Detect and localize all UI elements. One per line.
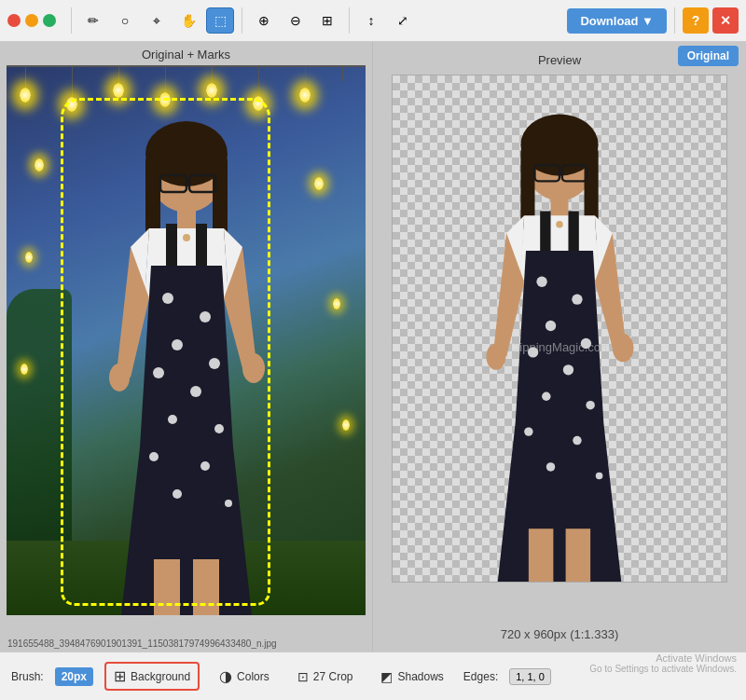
- shadows-icon: ◩: [380, 669, 393, 684]
- toolbar-divider-2: [242, 7, 242, 34]
- svg-point-10: [162, 293, 173, 304]
- colors-label: Colors: [237, 670, 269, 683]
- svg-point-11: [200, 311, 211, 323]
- select-tool-button[interactable]: ⬚: [206, 7, 234, 34]
- svg-point-39: [546, 321, 556, 331]
- crop-icon: ⊡: [297, 669, 309, 684]
- svg-rect-26: [193, 559, 219, 615]
- maximize-window-button[interactable]: [43, 14, 56, 27]
- zoom-in-button[interactable]: ⊕: [250, 7, 278, 34]
- svg-point-22: [242, 353, 265, 383]
- edges-label: Edges:: [463, 670, 498, 683]
- svg-point-50: [486, 343, 505, 369]
- zoom-out-icon: ⊖: [290, 13, 301, 28]
- resize-button[interactable]: ⤢: [389, 7, 417, 34]
- flip-vertical-button[interactable]: ↕: [357, 7, 385, 34]
- svg-rect-25: [154, 559, 180, 615]
- toolbar-divider-3: [349, 7, 350, 34]
- svg-point-46: [573, 436, 581, 445]
- pencil-tool-button[interactable]: ✏: [79, 7, 107, 34]
- svg-point-17: [214, 424, 224, 433]
- svg-rect-53: [566, 528, 591, 582]
- background-label: Background: [131, 670, 190, 683]
- svg-rect-35: [540, 212, 550, 255]
- original-toggle-button[interactable]: Original: [678, 46, 739, 66]
- fit-button[interactable]: ⊞: [313, 7, 341, 34]
- svg-rect-9: [196, 224, 207, 270]
- bottom-toolbar: Brush: 20px ⊞ Background ◑ Colors ⊡ 27 C…: [0, 652, 746, 700]
- crop-button[interactable]: ⊡ 27 Crop: [289, 665, 362, 689]
- svg-point-15: [190, 386, 201, 397]
- svg-point-14: [153, 367, 164, 378]
- svg-point-43: [542, 392, 550, 401]
- activate-windows-label: Activate Windows: [589, 652, 737, 664]
- svg-point-13: [209, 358, 220, 369]
- svg-point-40: [581, 338, 591, 349]
- hand-icon: ✋: [181, 13, 197, 28]
- toolbar-divider-1: [71, 7, 72, 34]
- svg-point-12: [172, 339, 183, 350]
- close-icon: ✕: [720, 13, 731, 28]
- dimensions-label: 720 x 960px (1:1.333): [392, 627, 727, 641]
- svg-point-48: [596, 473, 603, 480]
- svg-point-24: [183, 234, 190, 241]
- flip-v-icon: ↕: [368, 13, 375, 28]
- colors-icon: ◑: [219, 667, 232, 685]
- right-panel-header: Preview Original: [373, 42, 746, 75]
- download-button[interactable]: Download ▼: [567, 8, 667, 34]
- left-panel-title: Original + Marks: [142, 42, 230, 65]
- right-panel-title: Preview: [538, 48, 581, 71]
- svg-point-41: [528, 347, 538, 357]
- svg-point-42: [563, 364, 573, 375]
- svg-point-19: [200, 461, 210, 471]
- close-window-button[interactable]: [7, 14, 21, 27]
- right-panel: Preview Original: [373, 42, 746, 652]
- top-toolbar: ✏ ○ ⌖ ✋ ⬚ ⊕ ⊖ ⊞ ↕ ⤢ Download ▼ ? ✕: [0, 0, 746, 42]
- svg-point-20: [173, 489, 182, 499]
- svg-point-37: [536, 277, 546, 287]
- brush-tool-button[interactable]: ○: [111, 7, 139, 34]
- left-panel: Original + Marks: [0, 42, 373, 652]
- svg-point-47: [546, 462, 555, 471]
- colors-button[interactable]: ◑ Colors: [211, 663, 278, 690]
- preview-image-area[interactable]: ClippingMagic.com: [392, 75, 727, 583]
- svg-point-16: [168, 415, 177, 424]
- main-content: Original + Marks: [0, 42, 746, 652]
- svg-point-23: [109, 364, 130, 391]
- download-label: Download ▼: [580, 14, 654, 28]
- minimize-window-button[interactable]: [25, 14, 38, 27]
- zoom-out-button[interactable]: ⊖: [282, 7, 310, 34]
- pencil-icon: ✏: [88, 13, 99, 28]
- toolbar-divider-4: [674, 7, 675, 34]
- zoom-in-icon: ⊕: [258, 13, 269, 28]
- resize-icon: ⤢: [397, 13, 408, 28]
- hand-tool-button[interactable]: ✋: [174, 7, 202, 34]
- background-icon: ⊞: [114, 667, 126, 685]
- select-icon: ⬚: [214, 13, 227, 28]
- window-controls: [7, 14, 56, 27]
- svg-point-51: [556, 221, 563, 228]
- svg-point-45: [524, 427, 532, 435]
- brush-size-button[interactable]: 20px: [55, 667, 93, 686]
- brush-icon: ○: [121, 13, 129, 28]
- shadows-button[interactable]: ◩ Shadows: [372, 665, 451, 689]
- help-button[interactable]: ?: [683, 7, 709, 34]
- svg-rect-52: [529, 528, 554, 582]
- fit-icon: ⊞: [322, 13, 333, 28]
- original-image-area[interactable]: [7, 65, 366, 615]
- crop-label: 27 Crop: [313, 670, 353, 683]
- lasso-icon: ⌖: [153, 13, 160, 29]
- svg-rect-36: [568, 212, 578, 255]
- background-button[interactable]: ⊞ Background: [104, 662, 200, 691]
- svg-point-21: [225, 500, 232, 507]
- svg-point-44: [586, 401, 594, 409]
- activate-windows-sublabel: Go to Settings to activate Windows.: [589, 664, 737, 674]
- app-close-button[interactable]: ✕: [712, 7, 739, 34]
- shadows-label: Shadows: [397, 670, 443, 683]
- svg-rect-8: [166, 224, 177, 270]
- help-icon: ?: [692, 13, 700, 28]
- lasso-tool-button[interactable]: ⌖: [143, 7, 171, 34]
- svg-point-38: [572, 294, 582, 304]
- svg-point-18: [149, 452, 159, 461]
- edges-value: 1, 1, 0: [509, 668, 551, 685]
